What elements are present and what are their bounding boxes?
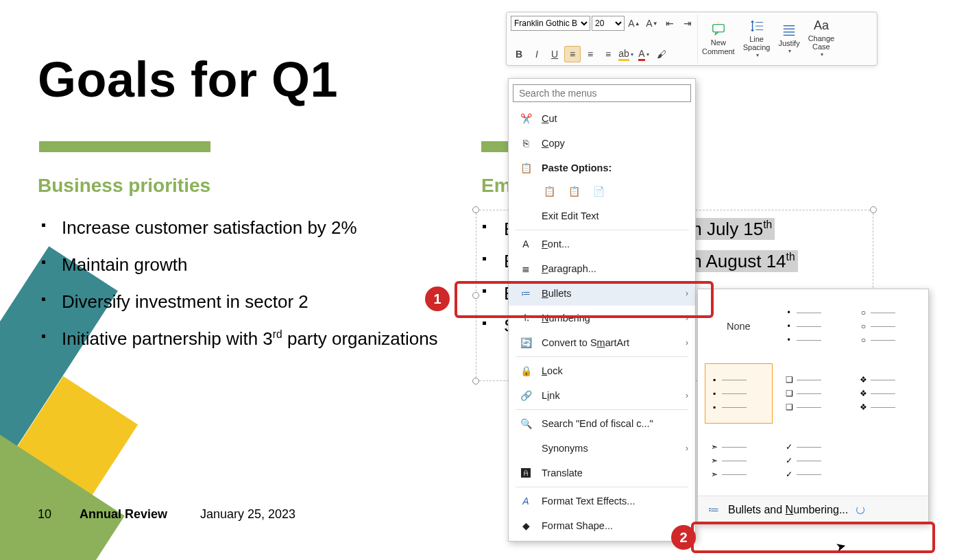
- comment-icon: ✦: [711, 22, 726, 37]
- paste-merge-icon[interactable]: 📋: [565, 183, 583, 199]
- bullet-circle[interactable]: ○ ○ ○: [854, 296, 921, 356]
- separator: [516, 487, 688, 487]
- underline-icon[interactable]: U: [546, 46, 563, 62]
- footer-date: January 25, 2023: [200, 507, 295, 522]
- link-icon: 🔗: [520, 389, 532, 402]
- chevron-right-icon: ›: [686, 313, 688, 323]
- justify-label: Justify: [778, 39, 799, 47]
- bullet-square-filled[interactable]: ▪ ▪ ▪: [705, 363, 773, 424]
- font-size-select[interactable]: 20: [592, 16, 625, 31]
- list-item: Initiative partnership with 3rd party or…: [41, 327, 452, 351]
- bullets-and-numbering-button[interactable]: ≔ Bullets and Numbering...: [698, 496, 928, 523]
- bullet-arrow[interactable]: ➣ ➣ ➣: [705, 430, 773, 491]
- menu-smartart[interactable]: 🔄Convert to SmartArt›: [509, 330, 695, 355]
- bullet-list-left: Increase customer satisfaction by 2% Mai…: [41, 216, 452, 364]
- menu-paragraph[interactable]: ≣Paragraph...: [509, 256, 695, 281]
- justify-button[interactable]: Justify: [774, 14, 803, 63]
- menu-paste-heading: 📋Paste Options:: [509, 156, 695, 180]
- list-item: Increase customer satisfaction by 2%: [41, 216, 452, 240]
- translate-icon: 🅰︎: [520, 467, 532, 479]
- menu-format-text-effects[interactable]: AFormat Text Effects...: [509, 489, 695, 513]
- new-comment-button[interactable]: ✦ New Comment: [698, 14, 739, 63]
- align-left-icon[interactable]: ≡: [564, 46, 581, 62]
- bullets-icon: ≔: [520, 287, 532, 300]
- align-right-icon[interactable]: ≡: [600, 46, 616, 62]
- cut-icon: ✂️: [520, 112, 532, 125]
- separator: [516, 409, 688, 410]
- accent-bar-right: [481, 141, 509, 152]
- resize-handle[interactable]: [472, 378, 479, 385]
- loading-icon: [856, 506, 864, 514]
- bold-icon[interactable]: B: [511, 46, 527, 62]
- paste-options: 📋 📋 📄: [509, 180, 695, 204]
- chevron-right-icon: ›: [686, 289, 688, 298]
- menu-synonyms[interactable]: Synonyms›: [509, 436, 695, 461]
- paragraph-icon: ≣: [520, 263, 532, 275]
- separator: [516, 230, 688, 230]
- bullet-check[interactable]: ✓ ✓ ✓: [779, 430, 847, 491]
- font-icon: A: [520, 238, 532, 250]
- resize-handle[interactable]: [472, 206, 479, 213]
- line-spacing-label: Line Spacing: [743, 35, 771, 51]
- menu-search[interactable]: [513, 84, 691, 102]
- format-painter-icon[interactable]: 🖌: [653, 46, 670, 62]
- font-family-select[interactable]: Franklin Gothic B: [511, 16, 590, 31]
- font-color-icon[interactable]: A: [636, 46, 652, 62]
- numbering-icon: ⒈: [520, 312, 532, 324]
- menu-font[interactable]: AFont...: [509, 232, 695, 256]
- menu-translate[interactable]: 🅰︎Translate: [509, 461, 695, 485]
- chevron-right-icon: ›: [686, 391, 688, 400]
- copy-icon: ⎘: [520, 137, 532, 149]
- align-center-icon[interactable]: ≡: [582, 46, 598, 62]
- menu-format-shape[interactable]: ◆Format Shape...: [509, 513, 695, 538]
- page-number: 10: [38, 507, 51, 522]
- paste-text-only-icon[interactable]: 📄: [590, 183, 607, 199]
- lock-icon: 🔒: [520, 365, 532, 377]
- footer-title: Annual Review: [80, 507, 167, 522]
- mini-toolbar: Franklin Gothic B 20 A▲ A▼ ⇤ ⇥ B I U ≡ ≡…: [506, 12, 878, 66]
- italic-icon[interactable]: I: [529, 46, 545, 62]
- bullet-dot[interactable]: • • •: [779, 296, 847, 356]
- subhead-left: Business priorities: [38, 175, 210, 197]
- change-case-button[interactable]: Aa Change Case: [804, 14, 839, 63]
- smartart-icon: 🔄: [520, 337, 532, 349]
- bullets-icon: ≔: [707, 504, 720, 516]
- line-spacing-icon: [749, 19, 764, 34]
- menu-link[interactable]: 🔗Link›: [509, 383, 695, 408]
- menu-search-selection[interactable]: 🔍Search "End of fiscal c...": [509, 411, 695, 436]
- menu-search-input[interactable]: [513, 84, 691, 102]
- bullet-none[interactable]: None: [705, 296, 773, 356]
- separator: [516, 356, 688, 357]
- slide-title: Goals for Q1: [38, 51, 338, 108]
- menu-numbering[interactable]: ⒈Numbering›: [509, 306, 695, 330]
- menu-cut[interactable]: ✂️Cut: [509, 106, 695, 131]
- highlight-color-icon[interactable]: ab: [618, 46, 634, 62]
- paste-icon: 📋: [520, 162, 532, 174]
- chevron-right-icon: ›: [686, 338, 688, 348]
- context-menu: ✂️Cut ⎘Copy 📋Paste Options: 📋 📋 📄 Exit E…: [508, 78, 696, 541]
- bullet-diamond[interactable]: ❖ ❖ ❖: [854, 363, 921, 424]
- change-case-icon: Aa: [814, 19, 829, 33]
- bullet-square-hollow[interactable]: ❑ ❑ ❑: [779, 363, 847, 424]
- text-effects-icon: A: [520, 495, 532, 507]
- increase-indent-icon[interactable]: ⇥: [679, 15, 696, 32]
- menu-exit-edit[interactable]: Exit Edit Text: [509, 204, 695, 228]
- bullets-gallery: None • • • ○ ○ ○ ▪ ▪ ▪ ❑ ❑ ❑ ❖ ❖ ❖ ➣ ➣: [697, 289, 929, 524]
- menu-bullets[interactable]: ≔Bullets›: [509, 281, 695, 306]
- format-shape-icon: ◆: [520, 520, 532, 532]
- new-comment-label: New Comment: [702, 38, 735, 55]
- search-icon: 🔍: [520, 417, 532, 430]
- menu-copy[interactable]: ⎘Copy: [509, 131, 695, 156]
- list-item: Diversify investment in sector 2: [41, 290, 452, 314]
- line-spacing-button[interactable]: Line Spacing: [739, 14, 775, 63]
- paste-keep-source-icon[interactable]: 📋: [540, 183, 558, 199]
- menu-lock[interactable]: 🔒Lock: [509, 358, 695, 383]
- svg-text:✦: ✦: [716, 22, 721, 25]
- decrease-font-icon[interactable]: A▼: [644, 15, 660, 32]
- accent-bar-left: [39, 141, 210, 152]
- list-item: Maintain growth: [41, 253, 452, 277]
- chevron-right-icon: ›: [686, 443, 688, 453]
- increase-font-icon[interactable]: A▲: [626, 15, 642, 32]
- decrease-indent-icon[interactable]: ⇤: [662, 15, 678, 32]
- resize-handle[interactable]: [870, 206, 877, 213]
